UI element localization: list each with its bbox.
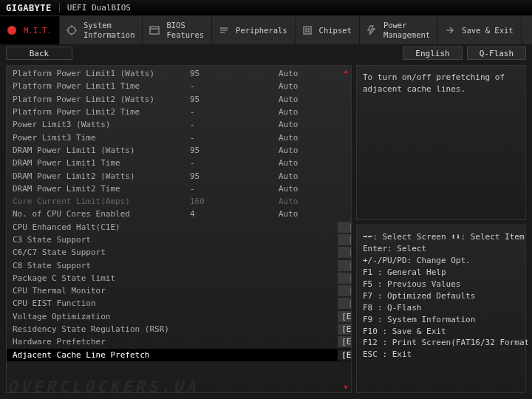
setting-value: Auto bbox=[279, 95, 338, 104]
mit-icon bbox=[6, 24, 18, 36]
tab-label: M.I.T. bbox=[24, 26, 52, 35]
setting-value: Auto bbox=[279, 171, 338, 181]
tab-power[interactable]: PowerManagement bbox=[360, 16, 438, 44]
setting-value-box[interactable]: [Enabled] bbox=[338, 336, 352, 347]
setting-row[interactable]: DRAM Power Limit2 (Watts)95Auto bbox=[7, 169, 351, 182]
setting-row[interactable]: Power Limit3 (Watts)-Auto bbox=[7, 118, 351, 131]
setting-row[interactable]: CPU Thermal Monitor[Auto] bbox=[7, 284, 351, 297]
back-button[interactable]: Back bbox=[6, 47, 72, 60]
scroll-down-icon[interactable]: ▼ bbox=[342, 383, 349, 391]
brand: GIGABYTE bbox=[6, 3, 52, 13]
setting-value-box[interactable]: [Enabled] bbox=[338, 324, 352, 335]
peripherals-icon bbox=[218, 24, 230, 36]
setting-row[interactable]: Residency State Regulation (RSR)[Enabled… bbox=[7, 323, 351, 335]
help-line: F1 : General Help bbox=[363, 267, 519, 279]
qflash-button[interactable]: Q-Flash bbox=[467, 47, 526, 60]
setting-row[interactable]: Power Limit3 Time-Auto bbox=[7, 131, 351, 143]
bios-icon bbox=[149, 24, 160, 36]
tab-label: Power bbox=[383, 21, 430, 30]
help-line: F7 : Optimized Defaults bbox=[363, 290, 519, 302]
help-line: F8 : Q-Flash bbox=[363, 302, 519, 314]
setting-value: Auto bbox=[279, 158, 338, 168]
svg-point-1 bbox=[68, 27, 75, 34]
setting-row[interactable]: Platform Power Limit2 Time-Auto bbox=[7, 106, 351, 118]
setting-row[interactable]: Platform Power Limit1 (Watts)95Auto bbox=[7, 67, 351, 80]
setting-value: Auto bbox=[279, 133, 338, 143]
setting-value-box[interactable]: [Auto] bbox=[338, 285, 352, 296]
setting-label: Hardware Prefetcher bbox=[13, 337, 190, 347]
language-button[interactable]: English bbox=[403, 47, 462, 60]
setting-row[interactable]: DRAM Power Limit1 Time-Auto bbox=[7, 157, 351, 169]
setting-row[interactable]: C8 State Support[Auto] bbox=[7, 259, 351, 271]
title-bar: GIGABYTE UEFI DualBIOS bbox=[0, 0, 532, 16]
setting-label: DRAM Power Limit2 (Watts) bbox=[13, 171, 190, 181]
chipset-icon bbox=[301, 24, 313, 36]
setting-value-box[interactable]: [Auto] bbox=[338, 298, 352, 309]
setting-row[interactable]: Adjacent Cache Line Prefetch[Enabled] bbox=[7, 349, 351, 361]
brand-sub: UEFI DualBIOS bbox=[59, 3, 131, 13]
settings-list: ▲ Platform Power Limit1 (Watts)95AutoPla… bbox=[6, 65, 352, 393]
setting-label: Platform Power Limit2 (Watts) bbox=[13, 95, 190, 104]
setting-number: 95 bbox=[190, 146, 279, 155]
setting-value: Auto bbox=[279, 69, 338, 78]
setting-number: - bbox=[190, 133, 279, 143]
setting-number: - bbox=[190, 184, 279, 194]
setting-value-box[interactable]: [Auto] bbox=[338, 234, 352, 245]
setting-value: Auto bbox=[279, 81, 338, 91]
setting-row[interactable]: Package C State limit[AUTO] bbox=[7, 272, 351, 284]
sub-toolbar: Back English Q-Flash bbox=[0, 44, 532, 62]
setting-label: Residency State Regulation (RSR) bbox=[13, 324, 190, 334]
setting-row[interactable]: Voltage Optimization[Enabled] bbox=[7, 310, 351, 323]
help-line: +/-/PU/PD: Change Opt. bbox=[363, 255, 519, 267]
setting-value-box[interactable]: [Auto] bbox=[338, 260, 352, 271]
setting-label: Package C State limit bbox=[13, 273, 190, 283]
setting-label: Platform Power Limit1 (Watts) bbox=[13, 69, 190, 78]
tab-chipset[interactable]: Chipset bbox=[296, 16, 360, 44]
setting-number: - bbox=[190, 81, 279, 91]
help-panel: ➡⬅: Select Screen ⬆⬇: Select ItemEnter: … bbox=[356, 225, 526, 393]
setting-label: DRAM Power Limit2 Time bbox=[13, 184, 190, 194]
setting-label: Platform Power Limit2 Time bbox=[13, 107, 190, 117]
tab-bios[interactable]: BIOSFeatures bbox=[143, 16, 212, 44]
tab-label: Chipset bbox=[319, 26, 352, 35]
setting-value: Auto bbox=[279, 107, 338, 117]
setting-row[interactable]: DRAM Power Limit1 (Watts)95Auto bbox=[7, 144, 351, 157]
setting-row[interactable]: Platform Power Limit1 Time-Auto bbox=[7, 80, 351, 92]
setting-row[interactable]: Platform Power Limit2 (Watts)95Auto bbox=[7, 93, 351, 106]
setting-value-box[interactable]: [AUTO] bbox=[338, 273, 352, 284]
setting-row[interactable]: C3 State Support[Auto] bbox=[7, 233, 351, 246]
help-line: Enter: Select bbox=[363, 243, 519, 255]
exit-icon bbox=[444, 24, 456, 36]
setting-row[interactable]: CPU EIST Function[Auto] bbox=[7, 297, 351, 310]
svg-point-0 bbox=[7, 26, 16, 35]
setting-row[interactable]: DRAM Power Limit2 Time-Auto bbox=[7, 183, 351, 195]
setting-value: Auto bbox=[279, 209, 338, 219]
scroll-up-icon[interactable]: ▲ bbox=[342, 67, 349, 75]
power-icon bbox=[366, 24, 378, 36]
setting-label: C8 State Support bbox=[13, 261, 190, 270]
setting-number: 95 bbox=[190, 95, 279, 104]
setting-label: Voltage Optimization bbox=[13, 312, 190, 321]
tab-m-i-t-[interactable]: M.I.T. bbox=[0, 16, 60, 44]
setting-row[interactable]: CPU Enhanced Halt(C1E)[Auto] bbox=[7, 221, 351, 233]
setting-value-box[interactable]: [Enabled] bbox=[338, 349, 352, 361]
setting-value-box[interactable]: [Auto] bbox=[338, 222, 352, 233]
svg-rect-4 bbox=[306, 29, 309, 32]
help-line: F9 : System Information bbox=[363, 314, 519, 326]
tab-system[interactable]: SystemInformation bbox=[60, 16, 143, 44]
setting-value-box[interactable]: [Enabled] bbox=[338, 311, 352, 322]
tab-save-exit[interactable]: Save & Exit bbox=[438, 16, 522, 44]
setting-label: Power Limit3 (Watts) bbox=[13, 120, 190, 129]
setting-value: Auto bbox=[279, 184, 338, 194]
tab-peripherals[interactable]: Peripherals bbox=[212, 16, 296, 44]
setting-row[interactable]: No. of CPU Cores Enabled4Auto bbox=[7, 208, 351, 220]
tab-label2: Features bbox=[166, 30, 204, 40]
setting-row[interactable]: Hardware Prefetcher[Enabled] bbox=[7, 335, 351, 348]
main-tabs: M.I.T.SystemInformationBIOSFeaturesPerip… bbox=[0, 16, 532, 44]
setting-row[interactable]: C6/C7 State Support[Auto] bbox=[7, 246, 351, 259]
setting-value-box[interactable]: [Auto] bbox=[338, 247, 352, 258]
setting-row[interactable]: Core Current Limit(Amps)160Auto bbox=[7, 195, 351, 208]
setting-label: CPU Thermal Monitor bbox=[13, 286, 190, 296]
tab-label: System bbox=[83, 21, 135, 30]
setting-label: CPU Enhanced Halt(C1E) bbox=[13, 222, 190, 232]
